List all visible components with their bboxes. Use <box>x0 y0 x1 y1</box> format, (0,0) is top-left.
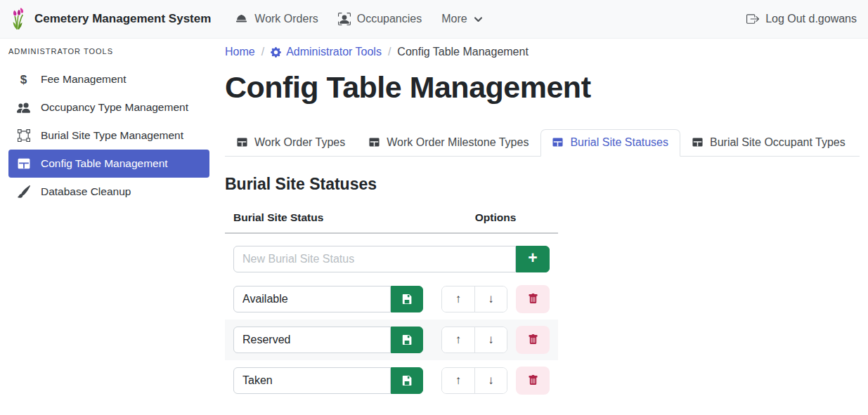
trash-icon <box>528 294 538 304</box>
nav-item-label: Occupancies <box>357 13 422 25</box>
table-icon <box>369 137 380 147</box>
dollar-icon: $ <box>16 74 31 86</box>
tab-label: Work Order Milestone Types <box>387 136 529 149</box>
table-icon <box>237 137 247 147</box>
new-status-input-group: + <box>233 246 550 272</box>
delete-button[interactable] <box>516 367 550 395</box>
move-down-button[interactable]: ↓ <box>474 368 507 393</box>
burial-site-status-table: Burial Site Status Options + <box>225 209 558 401</box>
column-header-status: Burial Site Status <box>233 211 441 224</box>
broom-icon <box>16 185 31 198</box>
arrow-down-icon: ↓ <box>488 333 494 347</box>
sidebar-item-label: Burial Site Type Management <box>41 129 183 142</box>
arrow-up-icon: ↑ <box>455 333 462 347</box>
tab-burial-site-statuses[interactable]: Burial Site Statuses <box>540 129 680 157</box>
tab-label: Burial Site Occupant Types <box>710 136 846 149</box>
move-button-group: ↑ ↓ <box>441 327 507 353</box>
save-icon <box>401 294 413 305</box>
save-button[interactable] <box>391 327 423 353</box>
nav-item-work-orders[interactable]: Work Orders <box>226 7 326 32</box>
table-row: ↑ ↓ <box>225 320 558 360</box>
save-icon <box>401 334 413 345</box>
breadcrumb-current: Config Table Management <box>397 46 529 58</box>
move-up-button[interactable]: ↑ <box>442 286 474 312</box>
new-status-row: + <box>225 234 558 279</box>
delete-button[interactable] <box>516 285 550 313</box>
status-input[interactable] <box>233 286 391 312</box>
sidebar-item-label: Occupancy Type Management <box>41 101 188 114</box>
move-up-button[interactable]: ↑ <box>442 368 474 393</box>
top-navbar: Cemetery Management System Work Orders O… <box>0 0 868 39</box>
person-bounding-box-icon <box>338 13 351 25</box>
breadcrumb: Home / Administrator Tools / Config Tabl… <box>225 46 860 58</box>
table-row: ↑ ↓ <box>225 360 558 401</box>
arrow-up-icon: ↑ <box>455 374 462 388</box>
nav-links: Work Orders Occupancies More <box>224 7 491 32</box>
row-options: ↑ ↓ <box>441 367 550 395</box>
sidebar-heading: ADMINISTRATOR TOOLS <box>0 44 218 57</box>
save-icon <box>401 375 413 386</box>
brand[interactable]: Cemetery Management System <box>11 8 211 30</box>
row-options: ↑ ↓ <box>441 285 550 313</box>
status-input[interactable] <box>233 367 391 394</box>
trash-icon <box>528 334 538 345</box>
gear-icon <box>271 47 281 58</box>
sidebar-item-label: Fee Management <box>41 73 127 86</box>
move-button-group: ↑ ↓ <box>441 286 507 312</box>
status-input[interactable] <box>233 327 391 353</box>
status-input-group <box>233 327 423 353</box>
move-up-button[interactable]: ↑ <box>442 327 474 353</box>
table-icon <box>552 137 563 147</box>
tab-bar: Work Order Types Work Order Milestone Ty… <box>225 129 860 157</box>
sidebar-item-database-cleanup[interactable]: Database Cleanup <box>8 178 209 206</box>
nav-item-more[interactable]: More <box>433 7 491 31</box>
delete-button[interactable] <box>516 326 550 354</box>
sidebar: ADMINISTRATOR TOOLS $ Fee Management Occ… <box>0 39 218 415</box>
breadcrumb-separator: / <box>388 46 391 58</box>
tab-work-order-types[interactable]: Work Order Types <box>225 129 357 157</box>
section-heading: Burial Site Statuses <box>225 175 860 194</box>
save-button[interactable] <box>391 367 423 394</box>
nav-item-occupancies[interactable]: Occupancies <box>330 7 431 31</box>
chevron-down-icon <box>474 15 483 24</box>
table-row: ↑ ↓ <box>225 279 558 320</box>
logout-icon <box>746 13 759 25</box>
sidebar-list: $ Fee Management Occupancy Type Manageme… <box>0 65 218 206</box>
tulip-logo-icon <box>11 8 28 30</box>
nav-item-label: Work Orders <box>254 13 318 25</box>
breadcrumb-home-link[interactable]: Home <box>225 46 255 58</box>
breadcrumb-separator: / <box>261 46 264 58</box>
arrow-up-icon: ↑ <box>455 292 462 306</box>
logout-label: Log Out d.gowans <box>765 13 857 25</box>
trash-icon <box>528 375 538 386</box>
status-input-group <box>233 286 423 312</box>
plus-icon: + <box>528 250 537 266</box>
breadcrumb-label: Home <box>225 46 255 58</box>
sidebar-item-label: Database Cleanup <box>41 185 131 198</box>
bounding-box-icon <box>16 129 31 142</box>
sidebar-item-fee-management[interactable]: $ Fee Management <box>8 65 209 93</box>
brand-label: Cemetery Management System <box>34 12 211 26</box>
page-title: Config Table Management <box>225 68 860 107</box>
sidebar-item-burial-site-type-management[interactable]: Burial Site Type Management <box>8 121 209 150</box>
save-button[interactable] <box>391 286 423 312</box>
nav-item-label: More <box>441 13 467 25</box>
breadcrumb-admin-tools-link[interactable]: Administrator Tools <box>271 46 382 58</box>
sidebar-item-config-table-management[interactable]: Config Table Management <box>8 150 209 178</box>
people-icon <box>16 101 31 114</box>
move-down-button[interactable]: ↓ <box>474 286 507 312</box>
tab-burial-site-occupant-types[interactable]: Burial Site Occupant Types <box>680 129 857 157</box>
tab-work-order-milestone-types[interactable]: Work Order Milestone Types <box>357 129 540 157</box>
add-status-button[interactable]: + <box>516 246 550 272</box>
table-icon <box>692 137 703 147</box>
arrow-down-icon: ↓ <box>488 292 494 306</box>
move-down-button[interactable]: ↓ <box>474 327 507 353</box>
column-header-options: Options <box>441 211 550 224</box>
sidebar-item-label: Config Table Management <box>41 157 168 170</box>
sidebar-item-occupancy-type-management[interactable]: Occupancy Type Management <box>8 93 209 121</box>
new-status-input[interactable] <box>233 246 516 272</box>
hard-hat-icon <box>235 13 248 26</box>
main-content: Home / Administrator Tools / Config Tabl… <box>218 39 868 415</box>
logout-button[interactable]: Log Out d.gowans <box>746 13 857 25</box>
table-header: Burial Site Status Options <box>225 209 558 234</box>
